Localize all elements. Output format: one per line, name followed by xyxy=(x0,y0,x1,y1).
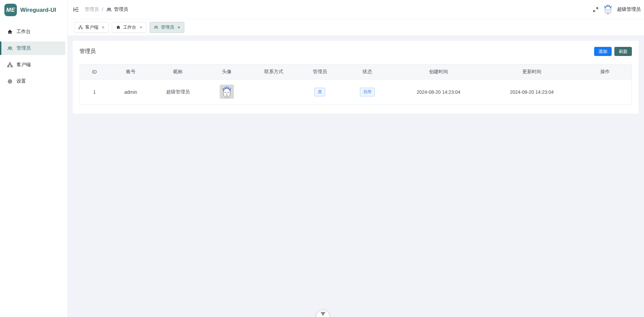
breadcrumb-current-label: 管理员 xyxy=(114,6,128,12)
sitemap-icon xyxy=(78,25,83,30)
is-admin-badge: 是 xyxy=(314,88,325,96)
sidebar-item-admins[interactable]: 管理员 xyxy=(0,41,65,55)
sidebar-item-label: 工作台 xyxy=(17,29,31,35)
col-is-admin: 管理员 xyxy=(297,64,342,80)
breadcrumb-current: 管理员 xyxy=(106,6,128,12)
cell-account: admin xyxy=(109,80,152,105)
col-contact: 联系方式 xyxy=(250,64,297,80)
cell-is-admin: 是 xyxy=(297,80,342,105)
refresh-button[interactable]: 刷新 xyxy=(614,47,632,56)
users-icon xyxy=(154,25,158,30)
cell-avatar xyxy=(203,80,250,105)
sidebar-item-label: 设置 xyxy=(17,78,26,84)
col-avatar: 头像 xyxy=(203,64,250,80)
cell-contact xyxy=(250,80,297,105)
users-icon xyxy=(7,46,13,51)
close-icon[interactable]: × xyxy=(140,25,142,30)
tab-admins[interactable]: 管理员 × xyxy=(150,22,184,33)
home-icon xyxy=(116,25,121,30)
admins-table: ID 账号 昵称 头像 联系方式 管理员 状态 创建时间 更新时间 操作 1 xyxy=(80,64,632,105)
cell-status: 启用 xyxy=(342,80,392,105)
sidebar-nav: 工作台 管理员 客户端 设置 xyxy=(0,25,67,88)
sidebar-item-settings[interactable]: 设置 xyxy=(0,75,65,88)
col-id: ID xyxy=(80,64,109,80)
col-created-at: 创建时间 xyxy=(392,64,485,80)
topbar: 管理员 / 管理员 超级管理员 xyxy=(67,0,644,19)
table-header-row: ID 账号 昵称 头像 联系方式 管理员 状态 创建时间 更新时间 操作 xyxy=(80,64,632,80)
col-account: 账号 xyxy=(109,64,152,80)
tab-clients[interactable]: 客户端 × xyxy=(74,22,109,33)
breadcrumb-separator: / xyxy=(102,7,103,12)
sidebar-item-label: 客户端 xyxy=(17,62,31,68)
home-icon xyxy=(7,29,13,35)
tab-label: 管理员 xyxy=(161,24,174,30)
col-updated-at: 更新时间 xyxy=(485,64,579,80)
add-button[interactable]: 添加 xyxy=(594,47,612,56)
sidebar-item-workbench[interactable]: 工作台 xyxy=(0,25,65,38)
tab-bar: 客户端 × 工作台 × 管理员 × xyxy=(67,19,644,35)
status-badge: 启用 xyxy=(360,88,375,96)
tab-label: 客户端 xyxy=(85,24,98,30)
main-area: 管理员 / 管理员 超级管理员 客户端 × 工作台 xyxy=(67,0,644,317)
sidebar-item-label: 管理员 xyxy=(17,45,31,51)
cell-id: 1 xyxy=(80,80,109,105)
col-nickname: 昵称 xyxy=(153,64,204,80)
close-icon[interactable]: × xyxy=(102,25,104,30)
fullscreen-icon[interactable] xyxy=(592,6,599,13)
breadcrumb: 管理员 / 管理员 xyxy=(85,6,128,12)
avatar-face-image[interactable] xyxy=(220,85,234,99)
app-logo-icon: ME xyxy=(4,4,17,16)
user-name[interactable]: 超级管理员 xyxy=(617,6,641,12)
table-row: 1 admin 超级管理员 是 启用 xyxy=(80,80,632,105)
avatar[interactable] xyxy=(603,4,613,15)
sidebar: ME Wireguard-UI 工作台 管理员 客户端 设置 xyxy=(0,0,67,317)
app-logo: ME Wireguard-UI xyxy=(0,0,67,20)
cell-nickname: 超级管理员 xyxy=(153,80,204,105)
collapse-sidebar-icon[interactable] xyxy=(73,6,79,13)
sidebar-item-clients[interactable]: 客户端 xyxy=(0,58,65,71)
close-icon[interactable]: × xyxy=(177,25,180,30)
tab-workbench[interactable]: 工作台 × xyxy=(112,22,146,33)
users-icon xyxy=(106,7,112,12)
admins-card: 管理员 添加 刷新 ID 账号 昵称 xyxy=(73,41,639,114)
breadcrumb-parent[interactable]: 管理员 xyxy=(85,6,99,12)
cell-updated-at: 2024-08-20 14:23:04 xyxy=(485,80,579,105)
content-area: 管理员 添加 刷新 ID 账号 昵称 xyxy=(67,35,644,317)
cell-actions xyxy=(579,80,632,105)
sitemap-icon xyxy=(7,62,13,68)
vue-logo-icon xyxy=(320,312,326,316)
col-actions: 操作 xyxy=(579,64,632,80)
cell-created-at: 2024-08-20 14:23:04 xyxy=(392,80,485,105)
page-title: 管理员 xyxy=(80,48,96,55)
gear-icon xyxy=(7,79,13,84)
col-status: 状态 xyxy=(342,64,392,80)
app-title: Wireguard-UI xyxy=(20,7,56,13)
tab-label: 工作台 xyxy=(123,24,136,30)
